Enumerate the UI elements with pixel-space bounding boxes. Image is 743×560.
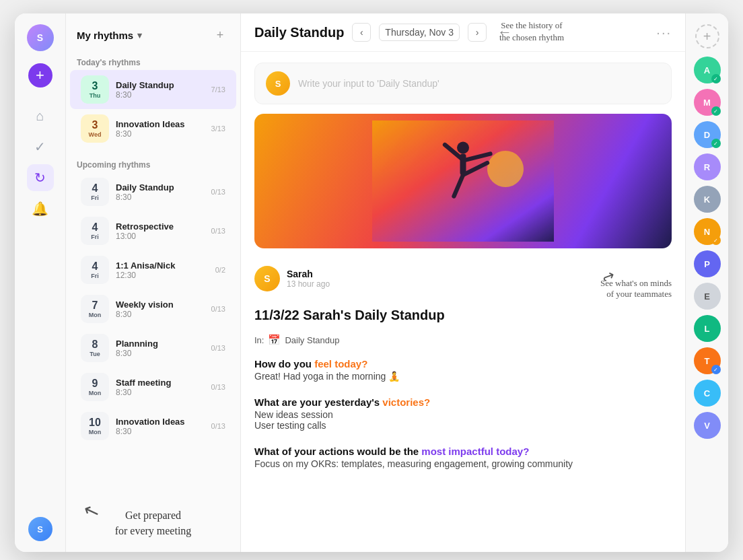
rhythm-item-11-anisa-nick[interactable]: 4 Fri 1:1 Anisa/Nick 12:30 0/2 — [70, 250, 236, 289]
back-arrow-icon[interactable]: ← — [497, 24, 512, 41]
answer-3: Focus on my OKRs: templates, measuring e… — [254, 458, 672, 469]
prev-date-button[interactable]: ‹ — [352, 23, 371, 42]
rhythm-count: 7/13 — [205, 85, 225, 94]
day-badge: 7 Mon — [81, 295, 109, 323]
day-badge: 4 Fri — [81, 256, 109, 284]
input-avatar: S — [266, 71, 290, 96]
day-number: 10 — [89, 417, 101, 429]
check-icon: ✓ — [711, 236, 721, 245]
left-panel: My rhythms ▾ + Today's rhythms 3 Thu Dai… — [66, 13, 241, 552]
day-name: Mon — [89, 429, 102, 435]
rhythm-item-innovation-today[interactable]: 3 Wed Innovation Ideas 8:30 3/13 — [70, 109, 236, 148]
rhythm-info: Retrospective 13:00 — [116, 221, 199, 241]
rhythm-time: 8:30 — [116, 193, 199, 202]
check-icon[interactable]: ✓ — [27, 133, 54, 160]
input-bar[interactable]: S Write your input to 'Daily Standup' — [254, 63, 672, 104]
profile-avatar[interactable]: S — [28, 517, 52, 541]
day-badge: 4 Fri — [81, 217, 109, 245]
rhythm-item-weekly-vision[interactable]: 7 Mon Weekly vision 8:30 0/13 — [70, 289, 236, 328]
main-content: Daily Standup ‹ Thursday, Nov 3 › ← See … — [241, 13, 685, 552]
day-number: 8 — [92, 339, 98, 351]
question-2: What are your yesterday's victories? New… — [254, 396, 672, 438]
main-header: Daily Standup ‹ Thursday, Nov 3 › ← See … — [241, 13, 685, 52]
add-rhythm-button[interactable]: + — [211, 26, 229, 44]
day-badge: 4 Fri — [81, 178, 109, 206]
hero-image — [254, 114, 672, 248]
rhythm-info: Weekly vision 8:30 — [116, 300, 199, 319]
post-author-name: Sarah — [287, 269, 330, 279]
rhythm-name: Plannning — [116, 339, 199, 349]
rhythm-item-staff-meeting[interactable]: 9 Mon Staff meeting 8:30 0/13 — [70, 368, 236, 407]
question-text-3: What of your actions would be the most i… — [254, 446, 672, 457]
member-avatar-6[interactable]: N ✓ — [694, 218, 721, 245]
member-avatar-10[interactable]: T ✓ — [694, 347, 721, 374]
rhythm-count: 0/13 — [205, 344, 225, 352]
day-number: 9 — [92, 378, 98, 390]
my-rhythms-title[interactable]: My rhythms ▾ — [77, 30, 142, 41]
global-add-button[interactable]: + — [28, 63, 52, 88]
main-body: S Write your input to 'Daily Standup' — [241, 52, 685, 552]
rhythm-name: Daily Standup — [116, 182, 199, 193]
member-avatar-7[interactable]: P — [694, 250, 721, 277]
user-avatar[interactable]: S — [27, 24, 54, 51]
post-title: 11/3/22 Sarah's Daily Standup — [254, 308, 672, 323]
add-member-button[interactable]: + — [695, 24, 719, 48]
member-avatar-5[interactable]: K — [694, 186, 721, 213]
rhythm-item-daily-standup-today[interactable]: 3 Thu Daily Standup 8:30 7/13 — [70, 70, 236, 109]
day-badge-thu: 3 Thu — [81, 75, 109, 104]
rhythm-time: 8:30 — [116, 427, 199, 436]
rhythm-item-daily-standup-fri[interactable]: 4 Fri Daily Standup 8:30 0/13 — [70, 172, 236, 211]
svg-point-2 — [457, 142, 469, 154]
sidebar-bottom: S — [28, 517, 52, 541]
day-number: 4 — [92, 182, 98, 195]
member-avatar-2[interactable]: M ✓ — [694, 89, 721, 116]
answer-2: New ideas sessionUser testing calls — [254, 409, 672, 431]
rhythm-info: Innovation Ideas 8:30 — [116, 417, 199, 436]
day-name: Tue — [90, 351, 100, 357]
member-avatar-1[interactable]: A ✓ — [694, 57, 721, 83]
member-avatar-9[interactable]: L — [694, 315, 721, 342]
rhythm-name: Weekly vision — [116, 300, 199, 310]
upcoming-section-label: Upcoming rhythms — [66, 155, 240, 172]
rhythm-name: Innovation Ideas — [116, 417, 199, 427]
rhythm-name: Retrospective — [116, 221, 199, 232]
more-options-button[interactable]: ··· — [656, 25, 672, 40]
bell-icon[interactable]: 🔔 — [27, 195, 54, 222]
day-badge: 9 Mon — [81, 373, 109, 401]
day-name: Wed — [89, 131, 102, 138]
day-name: Mon — [89, 390, 102, 396]
rhythm-info: Daily Standup 8:30 — [116, 80, 199, 100]
rhythm-item-innovation-mon[interactable]: 10 Mon Innovation Ideas 8:30 0/13 — [70, 407, 236, 446]
day-name: Fri — [91, 234, 99, 240]
rhythm-info: Innovation Ideas 8:30 — [116, 119, 199, 139]
day-number: 3 — [92, 80, 98, 92]
rhythm-info: Staff meeting 8:30 — [116, 378, 199, 397]
annotation-area: ↖ Get preparedfor every meeting — [66, 497, 240, 552]
member-avatar-8[interactable]: E — [694, 283, 721, 310]
member-avatar-12[interactable]: V — [694, 412, 721, 439]
day-number: 7 — [92, 300, 98, 312]
rhythm-name: 1:1 Anisa/Nick — [116, 260, 199, 271]
rhythm-count: 0/13 — [205, 188, 225, 196]
app-window: S + ⌂ ✓ ↻ 🔔 S My rhythms ▾ + Today's rhy… — [15, 13, 728, 552]
day-name: Fri — [91, 195, 99, 201]
date-label[interactable]: Thursday, Nov 3 — [379, 24, 460, 41]
next-date-button[interactable]: › — [468, 23, 487, 42]
icon-sidebar: S + ⌂ ✓ ↻ 🔔 S — [15, 13, 66, 552]
input-placeholder: Write your input to 'Daily Standup' — [298, 78, 439, 89]
member-avatar-4[interactable]: R — [694, 153, 721, 180]
panel-header: My rhythms ▾ + — [66, 13, 240, 53]
rhythms-icon[interactable]: ↻ — [27, 164, 54, 191]
rhythm-item-retrospective[interactable]: 4 Fri Retrospective 13:00 0/13 — [70, 211, 236, 250]
day-badge-wed: 3 Wed — [81, 114, 109, 143]
rhythm-item-plannning[interactable]: 8 Tue Plannning 8:30 0/13 — [70, 328, 236, 368]
home-icon[interactable]: ⌂ — [27, 102, 54, 129]
question-text-2: What are your yesterday's victories? — [254, 396, 672, 408]
svg-point-1 — [487, 151, 524, 187]
question-1: How do you feel today? Great! Had yoga i… — [254, 358, 672, 388]
check-icon: ✓ — [711, 139, 721, 148]
member-avatar-11[interactable]: C — [694, 380, 721, 407]
post-author-info: Sarah 13 hour ago — [287, 269, 330, 289]
member-avatar-3[interactable]: D ✓ — [694, 121, 721, 148]
post-header: S Sarah 13 hour ago ↩ See what's on mind… — [254, 258, 672, 300]
